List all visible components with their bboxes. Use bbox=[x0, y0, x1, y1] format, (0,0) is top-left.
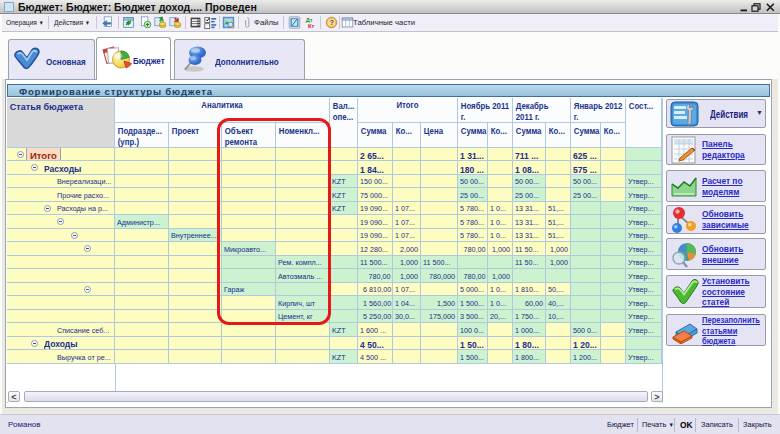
svg-text:Дт: Дт bbox=[306, 17, 313, 23]
svg-text:Кт: Кт bbox=[308, 23, 314, 29]
svg-text:?: ? bbox=[329, 18, 334, 27]
